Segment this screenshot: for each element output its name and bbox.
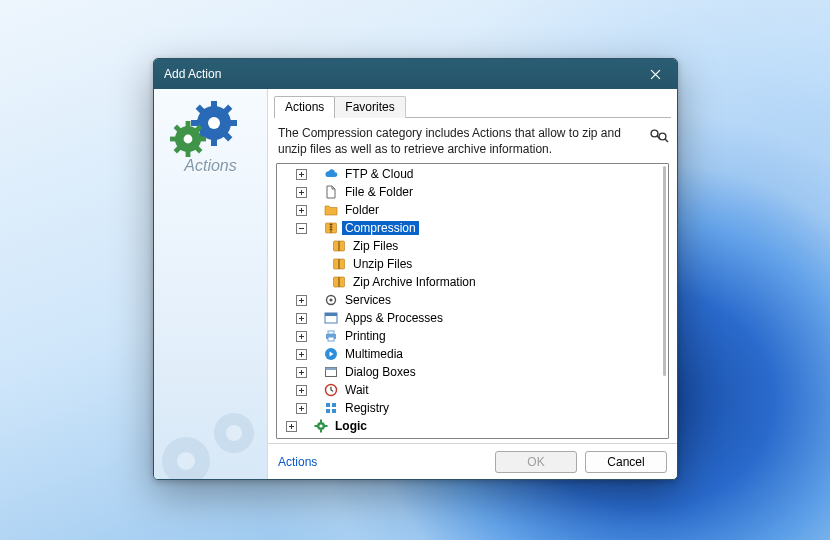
svg-rect-14 bbox=[199, 137, 205, 142]
svg-rect-3 bbox=[191, 120, 199, 126]
play-icon bbox=[323, 346, 339, 362]
tree-item-logic[interactable]: Logic bbox=[278, 417, 667, 435]
svg-rect-78 bbox=[320, 420, 322, 423]
expand-toggle[interactable] bbox=[296, 349, 307, 360]
tree-item-printing[interactable]: Printing bbox=[278, 327, 667, 345]
tree-item-compression[interactable]: Compression bbox=[278, 219, 667, 237]
zip-info-icon bbox=[331, 274, 347, 290]
cancel-button[interactable]: Cancel bbox=[585, 451, 667, 473]
svg-point-24 bbox=[651, 130, 658, 137]
expand-toggle[interactable] bbox=[296, 385, 307, 396]
logic-icon bbox=[313, 418, 329, 434]
main-panel: Actions Favorites The Compression catego… bbox=[268, 89, 677, 479]
svg-rect-58 bbox=[328, 337, 334, 341]
dialog-footer: Actions OK Cancel bbox=[268, 443, 677, 479]
actions-tree: FTP & Cloud File & Folder Fo bbox=[276, 163, 669, 439]
expand-toggle[interactable] bbox=[296, 169, 307, 180]
expand-toggle[interactable] bbox=[296, 205, 307, 216]
tree-item-ftp-cloud[interactable]: FTP & Cloud bbox=[278, 165, 667, 183]
svg-rect-74 bbox=[332, 409, 336, 413]
tab-actions[interactable]: Actions bbox=[274, 96, 335, 118]
tree-item-dialog-boxes[interactable]: Dialog Boxes bbox=[278, 363, 667, 381]
close-icon bbox=[650, 69, 661, 80]
printer-icon bbox=[323, 328, 339, 344]
svg-point-21 bbox=[177, 452, 195, 470]
tree-item-multimedia[interactable]: Multimedia bbox=[278, 345, 667, 363]
clock-icon bbox=[323, 382, 339, 398]
window-icon bbox=[323, 310, 339, 326]
close-button[interactable] bbox=[635, 60, 675, 88]
tab-strip: Actions Favorites bbox=[268, 89, 677, 117]
svg-rect-72 bbox=[332, 403, 336, 407]
unzip-icon bbox=[331, 256, 347, 272]
ok-button[interactable]: OK bbox=[495, 451, 577, 473]
tree-item-apps-processes[interactable]: Apps & Processes bbox=[278, 309, 667, 327]
tree-item-file-folder[interactable]: File & Folder bbox=[278, 183, 667, 201]
dialog-icon bbox=[323, 364, 339, 380]
dialog-title: Add Action bbox=[164, 67, 635, 81]
compression-icon bbox=[323, 220, 339, 236]
gear-icon bbox=[323, 292, 339, 308]
sidebar-title: Actions bbox=[154, 157, 267, 175]
svg-rect-11 bbox=[185, 121, 190, 127]
add-action-dialog: Add Action bbox=[153, 58, 678, 480]
expand-toggle[interactable] bbox=[296, 403, 307, 414]
tree-scrollbar[interactable] bbox=[663, 166, 666, 376]
selected-node: Compression bbox=[342, 221, 419, 235]
expand-toggle[interactable] bbox=[296, 367, 307, 378]
tree-item-registry[interactable]: Registry bbox=[278, 399, 667, 417]
expand-toggle[interactable] bbox=[296, 313, 307, 324]
svg-rect-57 bbox=[328, 331, 334, 334]
svg-rect-2 bbox=[211, 138, 217, 146]
svg-rect-1 bbox=[211, 101, 217, 108]
decorative-gears-icon bbox=[154, 403, 268, 479]
category-description: The Compression category includes Action… bbox=[278, 126, 641, 157]
tree-item-zip-archive-info[interactable]: Zip Archive Information bbox=[278, 273, 667, 291]
svg-point-19 bbox=[183, 135, 192, 144]
svg-point-26 bbox=[659, 133, 666, 140]
svg-rect-13 bbox=[170, 137, 176, 142]
svg-point-9 bbox=[208, 117, 220, 129]
tree-item-services[interactable]: Services bbox=[278, 291, 667, 309]
svg-point-49 bbox=[329, 299, 332, 302]
expand-toggle[interactable] bbox=[286, 421, 297, 432]
gears-icon bbox=[170, 101, 252, 161]
svg-point-23 bbox=[226, 425, 242, 441]
tree-item-folder[interactable]: Folder bbox=[278, 201, 667, 219]
expand-toggle[interactable] bbox=[296, 295, 307, 306]
tab-favorites[interactable]: Favorites bbox=[334, 96, 405, 118]
svg-rect-81 bbox=[325, 425, 328, 427]
sidebar-panel: Actions bbox=[154, 89, 268, 479]
file-icon bbox=[323, 184, 339, 200]
folder-icon bbox=[323, 202, 339, 218]
registry-icon bbox=[323, 400, 339, 416]
find-icon[interactable] bbox=[649, 128, 669, 146]
cloud-icon bbox=[323, 166, 339, 182]
tree-item-wait[interactable]: Wait bbox=[278, 381, 667, 399]
svg-rect-4 bbox=[229, 120, 237, 126]
titlebar: Add Action bbox=[154, 59, 677, 89]
svg-rect-65 bbox=[326, 368, 337, 371]
svg-point-82 bbox=[319, 425, 322, 428]
tree-item-unzip-files[interactable]: Unzip Files bbox=[278, 255, 667, 273]
zip-icon bbox=[331, 238, 347, 254]
actions-help-link[interactable]: Actions bbox=[278, 455, 317, 469]
svg-rect-79 bbox=[320, 430, 322, 433]
expand-toggle[interactable] bbox=[296, 187, 307, 198]
svg-rect-71 bbox=[326, 403, 330, 407]
svg-rect-53 bbox=[325, 313, 337, 316]
svg-line-27 bbox=[665, 139, 668, 142]
svg-rect-80 bbox=[315, 425, 318, 427]
svg-rect-73 bbox=[326, 409, 330, 413]
collapse-toggle[interactable] bbox=[296, 223, 307, 234]
expand-toggle[interactable] bbox=[296, 331, 307, 342]
tree-item-zip-files[interactable]: Zip Files bbox=[278, 237, 667, 255]
